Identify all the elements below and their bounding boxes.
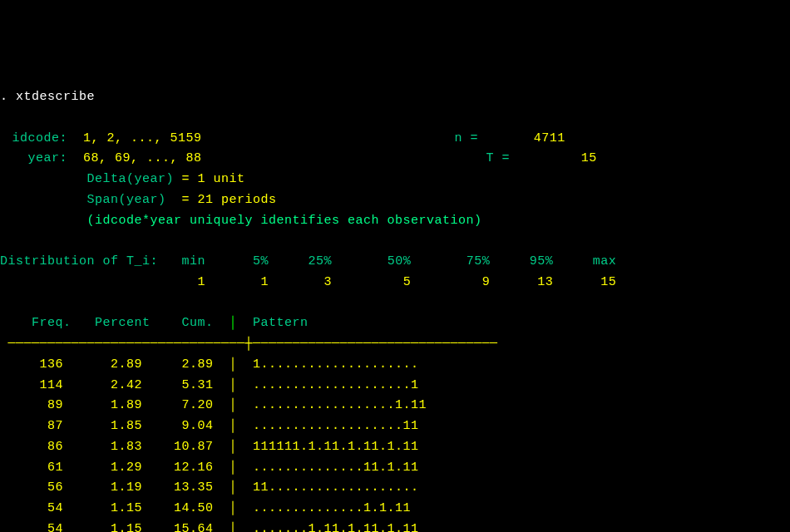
id-range: 1, 2, ..., 5159 — [83, 131, 202, 145]
T-value: 15 — [581, 151, 597, 165]
hdr-freq: Freq. — [32, 316, 72, 330]
span-label: Span(year) — [87, 193, 166, 207]
dist-min-lbl: min — [182, 254, 206, 268]
dist-p95: 13 — [537, 275, 553, 289]
hr-above: ──────────────────────────────┼─────────… — [0, 337, 498, 351]
delta-label: Delta(year) — [87, 172, 175, 186]
dist-p75: 9 — [482, 275, 491, 289]
T-label: T = — [486, 151, 511, 165]
dist-p5-lbl: 5% — [253, 254, 269, 268]
hdr-pattern: Pattern — [253, 316, 309, 330]
hdr-percent: Percent — [95, 316, 151, 330]
dist-p50: 5 — [403, 275, 412, 289]
hdr-cum: Cum. — [182, 316, 214, 330]
unique-note: (idcode*year uniquely identifies each ob… — [87, 214, 482, 228]
delta-value: = 1 unit — [182, 172, 245, 186]
span-value: = 21 periods — [182, 193, 277, 207]
dist-p5: 1 — [261, 275, 269, 289]
id-label: idcode: — [0, 129, 67, 150]
n-value: 4711 — [534, 131, 565, 145]
time-range: 68, 69, ..., 88 — [83, 151, 202, 165]
dist-p25-lbl: 25% — [309, 254, 333, 268]
time-label: year: — [0, 149, 67, 170]
dist-max: 15 — [600, 275, 616, 289]
dist-min: 1 — [198, 275, 206, 289]
dist-p75-lbl: 75% — [467, 254, 491, 268]
dist-p50-lbl: 50% — [388, 254, 412, 268]
dist-p25: 3 — [324, 275, 333, 289]
table-row: 136 2.89 2.89 │ 1.................... 11… — [0, 357, 427, 532]
dist-p95-lbl: 95% — [530, 254, 554, 268]
dist-header: Distribution of T_i: — [0, 254, 158, 268]
command-line: . xtdescribe — [0, 90, 95, 104]
dist-max-lbl: max — [593, 254, 617, 268]
n-label: n = — [455, 131, 479, 145]
